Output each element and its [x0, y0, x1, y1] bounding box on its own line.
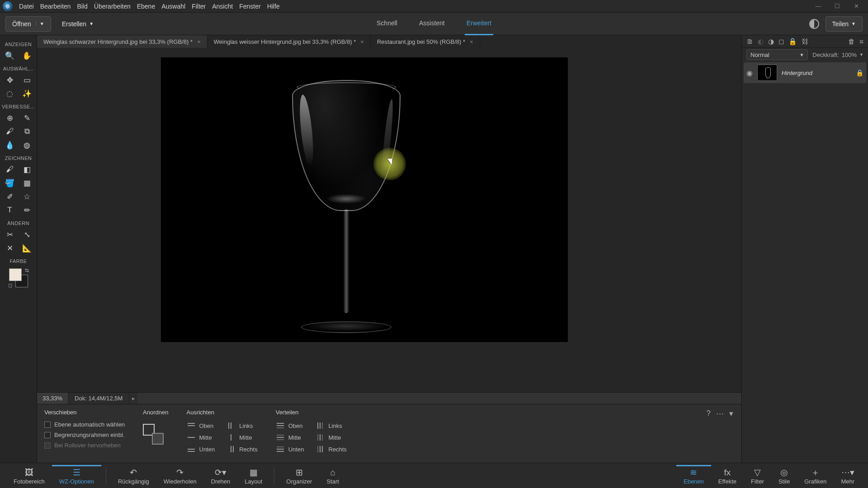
open-button[interactable]: Öffnen ▼ — [5, 16, 51, 32]
bb-drehen[interactable]: ⟳▾Drehen — [204, 465, 238, 487]
gradient-tool[interactable]: ▦ — [21, 177, 33, 189]
lock-icon[interactable]: 🔒 — [856, 69, 863, 76]
help-icon[interactable]: ? — [707, 409, 711, 418]
swap-colors-icon[interactable]: ⇆ — [25, 267, 29, 273]
rollover-checkbox[interactable]: Bei Rollover hervorheben — [44, 442, 125, 449]
magic-wand-tool[interactable]: ✨ — [21, 88, 33, 99]
dist-vcenter-button[interactable]: Mitte — [276, 434, 304, 441]
create-button[interactable]: Erstellen ▼ — [56, 16, 100, 32]
tab-assistent[interactable]: Assistent — [417, 13, 447, 35]
mask-icon[interactable]: ◻ — [778, 38, 784, 46]
color-swatches[interactable]: ⇆ ◻ — [9, 268, 28, 287]
hand-tool[interactable]: ✋ — [21, 50, 33, 61]
bb-effekte[interactable]: fxEffekte — [711, 465, 744, 487]
dist-top-button[interactable]: Oben — [276, 422, 304, 429]
content-move-tool[interactable]: ✕ — [4, 242, 16, 254]
more-icon[interactable]: ⋯ — [716, 409, 724, 418]
smart-brush-tool[interactable]: 🖌 — [4, 126, 16, 137]
link-icon[interactable]: ⛓ — [802, 38, 808, 45]
menu-ansicht[interactable]: Ansicht — [212, 3, 233, 10]
dist-right-button[interactable]: Rechts — [316, 446, 346, 453]
dist-hcenter-button[interactable]: Mitte — [316, 434, 346, 441]
blur-tool[interactable]: 💧 — [4, 139, 16, 151]
share-button[interactable]: Teilen ▼ — [826, 16, 863, 32]
trash-icon[interactable]: 🗑 — [848, 38, 855, 45]
sponge-tool[interactable]: ◍ — [21, 139, 33, 151]
document-info[interactable]: Dok: 14,4M/12,5M — [68, 393, 129, 404]
close-window-button[interactable]: ✕ — [847, 1, 865, 11]
bb-start[interactable]: ⌂Start — [319, 465, 346, 487]
adjustment-icon[interactable]: ◑ — [768, 38, 774, 46]
paint-bucket-tool[interactable]: 🪣 — [4, 177, 16, 189]
minimize-button[interactable]: — — [809, 1, 827, 11]
menu-auswahl[interactable]: Auswahl — [161, 3, 185, 10]
menu-bild[interactable]: Bild — [77, 3, 87, 10]
crop-tool[interactable]: ✂ — [4, 229, 16, 240]
align-hcenter-button[interactable]: Mitte — [226, 434, 257, 441]
menu-filter[interactable]: Filter — [192, 3, 206, 10]
menu-datei[interactable]: Datei — [19, 3, 34, 10]
zoom-level[interactable]: 33,33% — [37, 393, 68, 404]
visibility-icon[interactable]: ◉ — [746, 69, 753, 77]
align-right-button[interactable]: Rechts — [226, 446, 257, 453]
align-vcenter-button[interactable]: Mitte — [187, 434, 215, 441]
bounding-box-checkbox[interactable]: Begrenzungsrahmen einbl. — [44, 432, 125, 438]
blend-mode-select[interactable]: Normal ▼ — [746, 49, 808, 60]
type-tool[interactable]: T — [4, 204, 16, 216]
spot-heal-tool[interactable]: ✎ — [21, 112, 33, 124]
tab-schnell[interactable]: Schnell — [375, 13, 399, 35]
zoom-tool[interactable]: 🔍 — [4, 50, 16, 61]
bb-organizer[interactable]: ⊞Organizer — [279, 465, 319, 487]
dist-bottom-button[interactable]: Unten — [276, 446, 304, 453]
menu-fenster[interactable]: Fenster — [239, 3, 260, 10]
lock-icon[interactable]: 🔒 — [788, 38, 797, 46]
bb-fotobereich[interactable]: 🖼Fotobereich — [6, 465, 52, 487]
layer-name[interactable]: Hintergrund — [782, 70, 851, 76]
new-layer-icon[interactable]: 🗎 — [746, 38, 753, 45]
status-menu-icon[interactable]: ▸ — [129, 393, 137, 404]
straighten-tool[interactable]: 📐 — [21, 242, 33, 254]
auto-select-checkbox[interactable]: Ebene automatisch wählen — [44, 421, 125, 428]
panel-menu-icon[interactable]: ≡ — [859, 38, 863, 45]
pencil-tool[interactable]: ✏ — [21, 204, 33, 216]
foreground-color-swatch[interactable] — [9, 268, 22, 281]
tab-erweitert[interactable]: Erweitert — [465, 13, 493, 35]
canvas[interactable] — [161, 57, 568, 342]
layer-row-0[interactable]: ◉ Hintergrund 🔒 — [744, 62, 866, 83]
recompose-tool[interactable]: ⤡ — [21, 229, 33, 240]
move-tool[interactable]: ✥ — [4, 74, 16, 86]
brush-tool[interactable]: 🖌 — [4, 164, 16, 175]
bb-mehr[interactable]: ⋯▾Mehr — [834, 465, 862, 487]
layer-thumbnail[interactable] — [757, 65, 777, 81]
reset-colors-icon[interactable]: ◻ — [8, 282, 12, 288]
theme-toggle-icon[interactable] — [809, 19, 819, 29]
menu-ebene[interactable]: Ebene — [137, 3, 155, 10]
bb-stile[interactable]: ◎Stile — [771, 465, 797, 487]
align-bottom-button[interactable]: Unten — [187, 446, 215, 453]
close-icon[interactable]: × — [197, 38, 201, 45]
close-icon[interactable]: × — [470, 38, 473, 45]
close-icon[interactable]: × — [360, 38, 364, 45]
marquee-tool[interactable]: ▭ — [21, 74, 33, 86]
collapse-icon[interactable]: ▾ — [729, 409, 733, 418]
redeye-tool[interactable]: ⊕ — [4, 112, 16, 124]
bb-wiederholen[interactable]: ↷Wiederholen — [156, 465, 204, 487]
menu-hilfe[interactable]: Hilfe — [267, 3, 280, 10]
align-left-button[interactable]: Links — [226, 422, 257, 429]
chevron-down-icon[interactable]: ▼ — [859, 52, 863, 57]
dist-left-button[interactable]: Links — [316, 422, 346, 429]
bb-rueckgaengig[interactable]: ↶Rückgängig — [111, 465, 156, 487]
clone-tool[interactable]: ⧉ — [21, 126, 33, 137]
lasso-tool[interactable]: ◌ — [4, 88, 16, 99]
bb-ebenen[interactable]: ≋Ebenen — [676, 465, 711, 487]
document-tab-1[interactable]: Weinglas weisser Hintergrund.jpg bei 33,… — [208, 35, 371, 48]
chevron-down-icon[interactable]: ▼ — [36, 21, 44, 26]
clip-mask-icon[interactable]: ◐ — [758, 38, 764, 46]
arrange-icon[interactable] — [143, 424, 164, 445]
menu-ueberarbeiten[interactable]: Überarbeiten — [94, 3, 131, 10]
eraser-tool[interactable]: ◧ — [21, 164, 33, 175]
shape-tool[interactable]: ☆ — [21, 191, 33, 202]
canvas-viewport[interactable] — [37, 48, 741, 392]
bb-filter[interactable]: ▽Filter — [744, 465, 771, 487]
maximize-button[interactable]: ☐ — [828, 1, 846, 11]
